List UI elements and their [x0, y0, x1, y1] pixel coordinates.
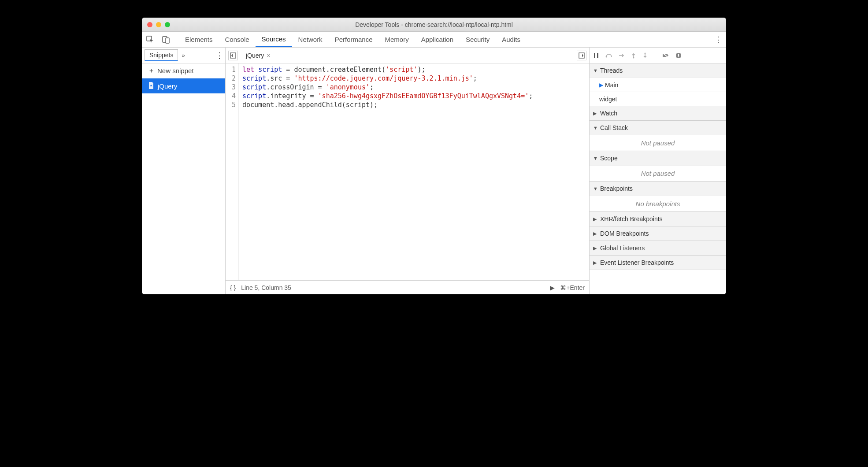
close-tab-icon[interactable]: ×: [267, 52, 270, 59]
chevron-down-icon: ▼: [593, 156, 598, 161]
editor-pane: jQuery × 12345 let script = document.cre…: [226, 48, 590, 294]
chevron-right-icon: ▶: [593, 111, 598, 116]
section-label: Global Listeners: [600, 245, 645, 252]
svg-point-9: [645, 52, 646, 54]
chevron-down-icon: ▼: [593, 68, 598, 73]
more-tabs-icon[interactable]: »: [182, 52, 185, 59]
svg-rect-11: [678, 56, 679, 57]
sidebar-menu-icon[interactable]: ⋮: [215, 51, 223, 60]
tab-security[interactable]: Security: [460, 32, 496, 47]
section-label: Breakpoints: [600, 185, 633, 192]
code-editor[interactable]: 12345 let script = document.createElemen…: [226, 63, 589, 280]
chevron-right-icon: ▶: [593, 245, 598, 251]
new-snippet-button[interactable]: ＋ New snippet: [142, 63, 225, 78]
navigator-pane: Snippets » ⋮ ＋ New snippet jQuery: [142, 48, 226, 294]
deactivate-breakpoints-icon[interactable]: [662, 52, 669, 59]
inspect-element-icon[interactable]: [146, 36, 154, 44]
section-threads[interactable]: ▼Threads: [590, 63, 726, 78]
toggle-debugger-icon[interactable]: [577, 51, 586, 60]
section-label: Watch: [600, 110, 617, 117]
step-into-icon[interactable]: [619, 52, 625, 59]
section-placeholder: Not paused: [590, 165, 726, 181]
active-thread-icon: ▶: [599, 82, 603, 88]
debugger-pane: ▼Threads▶Mainwidget▶Watch▼Call StackNot …: [590, 48, 726, 294]
section-label: XHR/fetch Breakpoints: [600, 215, 663, 222]
svg-rect-10: [678, 54, 679, 56]
chevron-right-icon: ▶: [593, 216, 598, 222]
svg-rect-5: [594, 53, 595, 58]
run-snippet-icon[interactable]: ▶: [550, 284, 555, 291]
device-toggle-icon[interactable]: [162, 36, 170, 44]
snippet-file-label: jQuery: [158, 82, 177, 90]
snippet-file-icon: [148, 82, 154, 90]
thread-item[interactable]: widget: [590, 92, 726, 106]
tab-sources[interactable]: Sources: [256, 32, 292, 47]
maximize-icon[interactable]: [165, 22, 170, 27]
devtools-window: Developer Tools - chrome-search://local-…: [142, 18, 726, 294]
debugger-toolbar: [590, 48, 726, 63]
main-toolbar: ElementsConsoleSourcesNetworkPerformance…: [142, 32, 726, 48]
section-label: Scope: [600, 155, 618, 162]
section-label: Call Stack: [600, 124, 628, 131]
minimize-icon[interactable]: [156, 22, 161, 27]
svg-rect-4: [579, 53, 584, 58]
tab-audits[interactable]: Audits: [496, 32, 527, 47]
section-xhr-fetch-breakpoints[interactable]: ▶XHR/fetch Breakpoints: [590, 212, 726, 226]
svg-rect-2: [166, 38, 169, 43]
step-out-icon[interactable]: [631, 52, 636, 59]
tab-memory[interactable]: Memory: [379, 32, 415, 47]
new-snippet-label: New snippet: [157, 67, 194, 74]
chevron-right-icon: ▶: [593, 260, 598, 266]
section-scope[interactable]: ▼Scope: [590, 151, 726, 165]
run-shortcut-label: ⌘+Enter: [560, 284, 585, 291]
chevron-right-icon: ▶: [593, 231, 598, 237]
chevron-down-icon: ▼: [593, 186, 598, 191]
pause-exceptions-icon[interactable]: [675, 52, 682, 59]
titlebar: Developer Tools - chrome-search://local-…: [142, 18, 726, 32]
tab-network[interactable]: Network: [292, 32, 329, 47]
step-over-icon[interactable]: [605, 52, 612, 59]
editor-file-label: jQuery: [246, 52, 264, 59]
toolbar-menu-icon[interactable]: ⋮: [715, 35, 722, 44]
section-watch[interactable]: ▶Watch: [590, 106, 726, 120]
tab-console[interactable]: Console: [219, 32, 256, 47]
section-label: Threads: [600, 67, 623, 74]
thread-item[interactable]: ▶Main: [590, 78, 726, 92]
step-icon[interactable]: [642, 52, 648, 59]
toggle-navigator-icon[interactable]: [228, 51, 238, 60]
section-label: Event Listener Breakpoints: [600, 259, 674, 266]
section-breakpoints[interactable]: ▼Breakpoints: [590, 182, 726, 196]
svg-rect-3: [230, 53, 236, 58]
pretty-print-icon[interactable]: { }: [230, 284, 236, 291]
pause-icon[interactable]: [593, 52, 599, 59]
section-global-listeners[interactable]: ▶Global Listeners: [590, 241, 726, 255]
section-call-stack[interactable]: ▼Call Stack: [590, 121, 726, 135]
section-dom-breakpoints[interactable]: ▶DOM Breakpoints: [590, 226, 726, 241]
section-label: DOM Breakpoints: [600, 230, 649, 237]
chevron-down-icon: ▼: [593, 125, 598, 130]
cursor-position: Line 5, Column 35: [241, 284, 291, 291]
plus-icon: ＋: [148, 67, 155, 75]
section-placeholder: No breakpoints: [590, 196, 726, 211]
tab-application[interactable]: Application: [415, 32, 460, 47]
close-icon[interactable]: [147, 22, 152, 27]
svg-point-7: [606, 56, 607, 57]
section-placeholder: Not paused: [590, 135, 726, 151]
svg-point-8: [633, 57, 634, 58]
snippet-file-item[interactable]: jQuery: [142, 78, 225, 93]
tab-performance[interactable]: Performance: [329, 32, 379, 47]
window-title: Developer Tools - chrome-search://local-…: [142, 21, 726, 28]
editor-statusbar: { } Line 5, Column 35 ▶ ⌘+Enter: [226, 280, 589, 294]
snippets-tab[interactable]: Snippets: [145, 49, 178, 61]
section-event-listener-breakpoints[interactable]: ▶Event Listener Breakpoints: [590, 256, 726, 270]
svg-rect-6: [597, 53, 598, 58]
editor-file-tab[interactable]: jQuery ×: [242, 51, 274, 60]
tab-elements[interactable]: Elements: [179, 32, 219, 47]
